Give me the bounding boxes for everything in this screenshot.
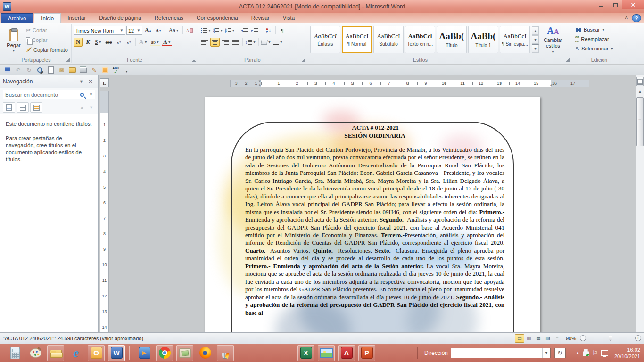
zoom-level[interactable]: 90% xyxy=(566,336,576,341)
navpane-tab-pages[interactable] xyxy=(17,102,29,113)
style-subt-tulo[interactable]: AaBbCcISubtítulo xyxy=(373,26,404,53)
edit-icon[interactable] xyxy=(90,66,99,74)
decrease-indent-button[interactable]: ◂ xyxy=(240,26,249,35)
show-paragraph-marks-button[interactable]: ¶ xyxy=(278,26,287,35)
document-title-line-2[interactable]: SESIÓN ORDINARIA xyxy=(245,132,504,140)
multilevel-list-button[interactable]: 1ai▼ xyxy=(224,26,235,35)
paragraph-dialog-launcher[interactable] xyxy=(302,58,305,62)
select-button[interactable]: ↖Seleccionar▼ xyxy=(573,44,625,53)
tab-selector-button[interactable]: L xyxy=(100,78,109,87)
navpane-tab-headings[interactable] xyxy=(3,102,15,113)
style-t-tulo[interactable]: AaBb(Título xyxy=(437,26,467,53)
borders-button[interactable]: ▼ xyxy=(272,38,283,47)
clipboard-dialog-launcher[interactable] xyxy=(66,58,70,62)
help-button[interactable]: ? xyxy=(632,14,641,22)
chrome-taskbar-icon[interactable] xyxy=(156,345,173,361)
highlight-color-button[interactable]: ab▼ xyxy=(150,38,161,47)
burn-taskbar-icon[interactable] xyxy=(217,345,234,361)
left-indent-marker[interactable]: ▲ xyxy=(258,83,262,87)
address-dropdown-icon[interactable]: ▼ xyxy=(542,348,550,358)
font-color-button[interactable]: A▼ xyxy=(162,38,173,47)
format-painter-button[interactable]: Copiar formato xyxy=(25,45,69,54)
address-input[interactable]: ▼ xyxy=(451,348,551,358)
scan-taskbar-icon[interactable] xyxy=(176,345,193,361)
scroll-up-arrow[interactable]: ▲ xyxy=(636,88,644,95)
ie-taskbar-icon[interactable] xyxy=(67,345,84,361)
firefox-taskbar-icon[interactable] xyxy=(197,345,214,361)
document-title-line-1[interactable]: ACTA # 012-2021 xyxy=(245,123,504,132)
media-player-taskbar-icon[interactable] xyxy=(136,345,153,361)
taskbar-clock[interactable]: 16:02 20/10/2021 xyxy=(614,346,640,360)
style-t-tulo-1[interactable]: AaBb(Título 1 xyxy=(468,26,498,53)
search-options-icon[interactable]: ▼ xyxy=(87,92,93,97)
superscript-button[interactable]: x2 xyxy=(124,38,133,47)
attach-icon[interactable] xyxy=(57,66,66,74)
style-normal[interactable]: AaBbCcI¶ Normal xyxy=(342,26,372,53)
vertical-scrollbar[interactable]: ▲ xyxy=(636,75,644,332)
clear-formatting-button[interactable]: A xyxy=(185,26,195,35)
tab-vista[interactable]: Vista xyxy=(276,13,301,23)
fullscreen-reading-view-button[interactable]: ▥ xyxy=(524,334,534,343)
replace-button[interactable]: abacReemplazar xyxy=(573,35,625,43)
print-preview-icon[interactable] xyxy=(35,66,44,74)
outlook-taskbar-icon[interactable] xyxy=(88,345,105,361)
calculator-taskbar-icon[interactable] xyxy=(7,345,24,361)
bullets-button[interactable]: ▼ xyxy=(200,26,212,35)
paste-button[interactable]: Pegar ▼ xyxy=(3,25,25,57)
subscript-button[interactable]: x2 xyxy=(115,38,124,47)
styles-scroll-up[interactable]: ▲ xyxy=(532,26,539,35)
word-taskbar-icon[interactable] xyxy=(108,345,125,361)
document-page[interactable]: ACTA # 012-2021 SESIÓN ORDINARIA En la p… xyxy=(205,97,540,332)
font-family-combo[interactable]: Times New Rom▼ xyxy=(74,26,125,35)
zoom-slider-handle[interactable] xyxy=(609,336,612,341)
outline-view-button[interactable]: ▨ xyxy=(543,334,553,343)
navpane-tab-results[interactable] xyxy=(30,102,42,113)
usb-device-icon[interactable] xyxy=(583,349,589,356)
network-icon[interactable] xyxy=(601,350,608,356)
grow-font-button[interactable]: A▲ xyxy=(143,26,153,35)
tab-dise-o-de-p-gina[interactable]: Diseño de página xyxy=(92,13,148,23)
tab-inicio[interactable]: Inicio xyxy=(34,13,61,23)
search-icon[interactable] xyxy=(80,93,84,97)
redo-icon[interactable] xyxy=(25,66,33,74)
more-icon[interactable] xyxy=(122,69,131,74)
style-nfasis[interactable]: AaBbCcIÉnfasis xyxy=(310,26,340,53)
new-icon[interactable] xyxy=(46,66,55,74)
justify-button[interactable] xyxy=(231,38,240,47)
align-center-button[interactable] xyxy=(210,38,220,47)
text-effects-button[interactable]: A▼ xyxy=(138,38,149,47)
spelling-icon[interactable] xyxy=(111,66,120,74)
document-search-input[interactable]: Buscar en documento ▼ xyxy=(3,90,95,99)
action-center-flag-icon[interactable]: ⚐ xyxy=(592,349,598,356)
document-paragraph[interactable]: En la parroquia San Plácido del Cantón P… xyxy=(245,146,504,317)
strikethrough-button[interactable]: abe xyxy=(104,38,114,47)
previous-heading-icon[interactable]: ▲ xyxy=(78,105,86,110)
undo-icon[interactable] xyxy=(14,66,23,74)
underline-button[interactable]: S▼ xyxy=(93,38,103,47)
cut-button[interactable]: Cortar xyxy=(25,25,69,34)
styles-dialog-launcher[interactable] xyxy=(566,58,570,62)
tab-referencias[interactable]: Referencias xyxy=(148,13,190,23)
tab-archivo[interactable]: Archivo xyxy=(1,13,33,23)
navpane-close-icon[interactable]: ✕ xyxy=(86,78,95,85)
address-go-button[interactable]: ↻ xyxy=(554,348,566,358)
zoom-out-button[interactable]: − xyxy=(580,335,586,341)
special-icon[interactable] xyxy=(100,66,109,74)
styles-more-button[interactable]: ▼ xyxy=(532,44,539,53)
numbering-button[interactable]: 123▼ xyxy=(213,26,223,35)
shrink-font-button[interactable]: A▼ xyxy=(154,26,163,35)
navpane-menu-icon[interactable]: ▼ xyxy=(77,79,86,84)
sort-button[interactable]: AZ↓ xyxy=(264,26,273,35)
align-right-button[interactable] xyxy=(221,38,230,47)
explorer-taskbar-icon[interactable] xyxy=(47,345,64,361)
find-button[interactable]: Buscar▼ xyxy=(573,25,625,34)
style-texto-en-n[interactable]: AaBbCclTexto en n... xyxy=(405,26,435,53)
zoom-slider[interactable] xyxy=(588,338,633,338)
font-dialog-launcher[interactable] xyxy=(192,58,196,62)
line-spacing-button[interactable]: ↕▼ xyxy=(245,38,256,47)
open-icon[interactable] xyxy=(68,66,77,74)
scrollbar-thumb[interactable] xyxy=(636,97,644,146)
change-styles-button[interactable]: AA Cambiar estilos ▼ xyxy=(539,25,567,57)
bold-button[interactable]: N xyxy=(74,38,83,47)
print-layout-view-button[interactable]: ▤ xyxy=(515,334,524,343)
